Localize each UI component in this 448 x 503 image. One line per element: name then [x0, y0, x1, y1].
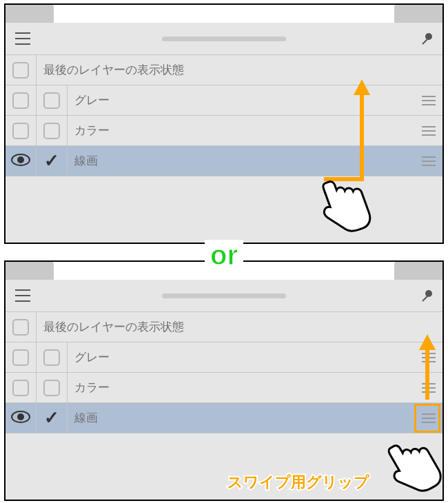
drag-handle-icon[interactable] — [162, 37, 286, 41]
column-label-header: 最後のレイヤーの表示状態 — [37, 312, 442, 342]
header-label: 最後のレイヤーの表示状態 — [43, 62, 184, 78]
layer-row-selected[interactable]: ✓ 線画 — [6, 403, 442, 433]
checkbox-icon[interactable] — [43, 380, 60, 396]
svg-point-5 — [425, 290, 432, 297]
pin-icon[interactable] — [420, 32, 433, 45]
grip-icon[interactable] — [422, 96, 436, 105]
layer-label: 線画 — [68, 403, 415, 433]
drag-handle-icon[interactable] — [162, 294, 286, 298]
panel-toolbar — [6, 23, 442, 54]
visibility-cell[interactable] — [6, 403, 37, 433]
checkmark-icon: ✓ — [44, 150, 59, 172]
visibility-cell[interactable] — [6, 373, 37, 402]
checkbox-icon[interactable] — [12, 319, 29, 336]
checkmark-icon: ✓ — [44, 407, 59, 429]
grip-cell[interactable] — [415, 146, 442, 176]
checkbox-icon[interactable] — [12, 62, 29, 79]
visibility-cell[interactable] — [6, 146, 37, 176]
swipe-grip-label: スワイプ用グリップ — [227, 472, 369, 493]
grip-icon[interactable] — [422, 126, 436, 136]
check-cell[interactable] — [37, 116, 68, 145]
tab-inactive-right[interactable] — [394, 5, 442, 23]
check-cell[interactable]: ✓ — [37, 403, 68, 433]
check-cell[interactable] — [37, 373, 68, 402]
column-visibility-header — [6, 312, 37, 342]
checkbox-icon[interactable] — [43, 123, 60, 139]
tab-inactive-left[interactable] — [6, 262, 54, 280]
hand-cursor-icon — [379, 434, 441, 503]
grip-icon[interactable] — [422, 156, 436, 166]
check-cell[interactable] — [37, 342, 68, 372]
svg-point-8 — [17, 413, 24, 420]
grip-cell[interactable] — [415, 85, 442, 115]
visibility-cell[interactable] — [6, 116, 37, 145]
svg-marker-4 — [354, 79, 370, 95]
panel-toolbar — [6, 280, 442, 311]
svg-point-0 — [425, 33, 432, 40]
column-visibility-header — [6, 55, 37, 85]
layer-row[interactable]: カラー — [6, 373, 442, 403]
menu-icon[interactable] — [15, 32, 30, 45]
svg-line-6 — [422, 296, 427, 301]
check-cell[interactable] — [37, 85, 68, 115]
svg-line-1 — [422, 39, 427, 44]
checkbox-icon[interactable] — [12, 349, 29, 366]
tab-inactive-right[interactable] — [394, 262, 442, 280]
checkbox-icon[interactable] — [43, 349, 60, 366]
layer-panel-bottom: 最後のレイヤーの表示状態 グレー カラー ✓ 線画 — [4, 260, 444, 501]
grip-cell[interactable] — [415, 116, 442, 145]
checkbox-icon[interactable] — [43, 92, 60, 109]
layer-row[interactable]: グレー — [6, 342, 442, 373]
visibility-cell[interactable] — [6, 85, 37, 115]
menu-icon[interactable] — [15, 289, 30, 302]
eye-icon — [11, 153, 30, 170]
tab-strip — [6, 5, 442, 23]
tab-inactive-left[interactable] — [6, 5, 54, 23]
layer-label: グレー — [68, 342, 415, 372]
check-cell[interactable]: ✓ — [37, 146, 68, 176]
pin-icon[interactable] — [420, 289, 433, 302]
svg-point-3 — [17, 156, 24, 163]
list-header: 最後のレイヤーの表示状態 — [6, 311, 442, 342]
swipe-arrow-icon — [419, 331, 440, 406]
visibility-cell[interactable] — [6, 342, 37, 372]
grip-highlight — [414, 404, 440, 433]
checkbox-icon[interactable] — [12, 380, 29, 396]
checkbox-icon[interactable] — [12, 123, 29, 139]
svg-marker-10 — [419, 334, 436, 350]
hand-cursor-icon — [310, 172, 372, 244]
checkbox-icon[interactable] — [12, 92, 29, 109]
or-separator: or — [205, 240, 243, 271]
column-label-header: 最後のレイヤーの表示状態 — [37, 55, 442, 85]
header-label: 最後のレイヤーの表示状態 — [43, 319, 184, 335]
eye-icon — [11, 410, 30, 427]
layer-label: カラー — [68, 373, 415, 402]
